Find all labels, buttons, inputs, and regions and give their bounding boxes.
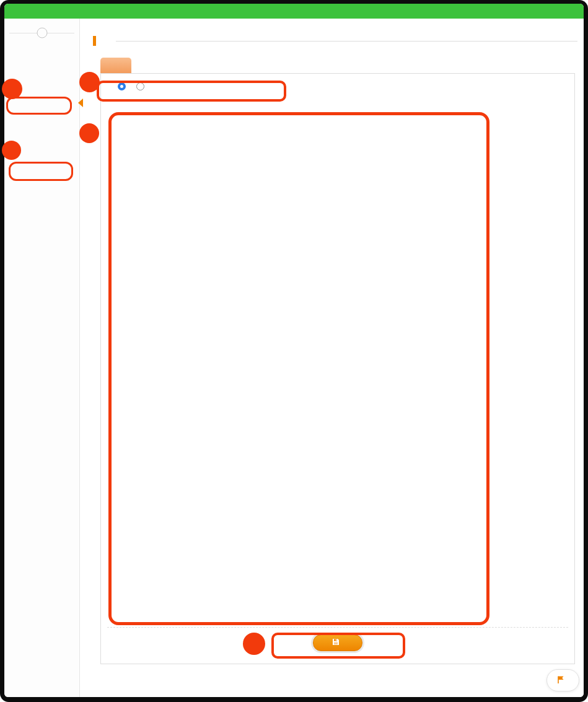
output-method-row xyxy=(111,82,147,90)
page-title-row xyxy=(93,35,577,47)
radio-selected-icon[interactable] xyxy=(118,82,126,90)
panel-divider xyxy=(107,627,568,628)
radio-aggregate-output[interactable] xyxy=(136,82,147,90)
guide-toggle-button[interactable] xyxy=(546,669,579,691)
brand-title xyxy=(19,7,28,15)
tab-billing-csv[interactable] xyxy=(100,58,131,73)
csv-order-column xyxy=(297,112,478,117)
title-accent-bar xyxy=(93,36,96,46)
output-method-label xyxy=(111,83,112,90)
csv-output-items-column xyxy=(116,112,292,117)
flag-icon xyxy=(556,675,565,685)
save-disk-icon xyxy=(332,638,340,647)
save-row xyxy=(101,633,574,653)
sidebar xyxy=(4,19,80,697)
save-button[interactable] xyxy=(313,634,362,651)
main-content xyxy=(80,19,584,697)
app-window xyxy=(4,4,584,697)
title-divider xyxy=(116,41,577,42)
sidebar-collapse-row xyxy=(4,25,79,41)
top-header-bar xyxy=(4,4,584,19)
save-button-outer xyxy=(311,633,364,653)
settings-panel xyxy=(100,73,575,664)
radio-unselected-icon[interactable] xyxy=(136,82,144,90)
sidebar-collapse-button[interactable] xyxy=(37,28,47,38)
radio-standard-output[interactable] xyxy=(118,82,128,90)
screenshot-frame xyxy=(0,0,588,702)
